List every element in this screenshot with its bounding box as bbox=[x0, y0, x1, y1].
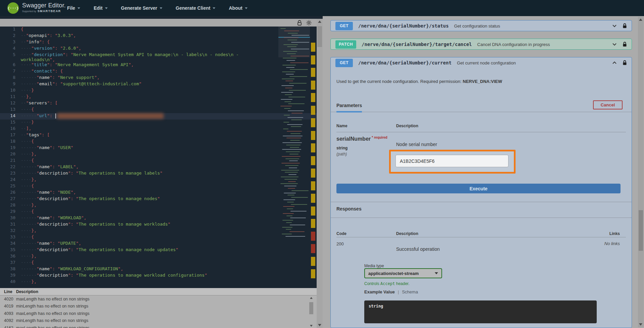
validation-row[interactable]: 4162maxLength has no effect on non strin… bbox=[0, 324, 317, 328]
chevron-down-icon[interactable] bbox=[612, 42, 617, 47]
editor-line[interactable]: 38······"name": "WORKLOAD_CONFIGURATION"… bbox=[0, 266, 317, 273]
warning-marker[interactable] bbox=[311, 156, 315, 165]
editor-line[interactable]: 20····}, bbox=[0, 151, 317, 158]
tab-example-value[interactable]: Example Value bbox=[364, 289, 395, 294]
menu-generate-client[interactable]: Generate Client bbox=[176, 5, 215, 11]
warning-marker[interactable] bbox=[311, 93, 315, 102]
warning-marker[interactable] bbox=[311, 169, 315, 178]
warning-marker[interactable] bbox=[311, 68, 315, 77]
editor-line[interactable]: 17··"tags": [ bbox=[0, 132, 317, 139]
editor-line[interactable]: 30······"name": "WORKLOAD", bbox=[0, 215, 317, 222]
lock-icon[interactable] bbox=[623, 23, 627, 29]
chevron-down-icon[interactable] bbox=[612, 23, 617, 29]
editor-minimap[interactable] bbox=[278, 27, 310, 244]
editor-line[interactable]: 39······"description": "The operations t… bbox=[0, 273, 317, 279]
editor-line[interactable]: 2··"openapi": "3.0.3", bbox=[0, 33, 317, 39]
editor-line[interactable]: 24····}, bbox=[0, 177, 317, 183]
warning-marker[interactable] bbox=[311, 269, 315, 278]
editor-line[interactable]: 5····"description": "Nerve Management Sy… bbox=[0, 52, 317, 62]
validation-row[interactable]: 4020maxLength has no effect on non strin… bbox=[0, 295, 317, 303]
editor-line[interactable]: 40····}, bbox=[0, 279, 317, 285]
editor-line[interactable]: 28····}, bbox=[0, 202, 317, 209]
editor-line[interactable]: 6····"title": "Nerve Management System A… bbox=[0, 62, 317, 68]
editor-line[interactable]: 7····"contact": { bbox=[0, 68, 317, 75]
warning-marker[interactable] bbox=[311, 131, 315, 140]
scroll-up-icon[interactable] bbox=[318, 20, 321, 23]
editor-line[interactable]: 16··], bbox=[0, 126, 317, 132]
menu-generate-server[interactable]: Generate Server bbox=[121, 5, 162, 11]
warning-marker[interactable] bbox=[311, 81, 315, 90]
error-marker[interactable] bbox=[311, 244, 315, 253]
warning-marker[interactable] bbox=[311, 43, 315, 52]
editor-line[interactable]: 22······"name": "LABEL", bbox=[0, 164, 317, 171]
editor-line[interactable]: 9······"email": "support@tttech-industri… bbox=[0, 81, 317, 88]
warning-marker[interactable] bbox=[311, 206, 315, 216]
validation-row[interactable]: 4092minLength has no effect on non strin… bbox=[0, 317, 317, 325]
editor-line[interactable]: 19······"name": "USER" bbox=[0, 145, 317, 151]
menu-about[interactable]: About bbox=[229, 5, 247, 11]
warning-marker[interactable] bbox=[311, 143, 315, 152]
validation-scrollbar-thumb[interactable] bbox=[309, 302, 313, 314]
execute-button[interactable]: Execute bbox=[336, 184, 621, 193]
editor-line[interactable]: 36····}, bbox=[0, 253, 317, 260]
serial-number-input[interactable] bbox=[395, 155, 508, 167]
editor-line[interactable]: 13····{ bbox=[0, 107, 317, 113]
scroll-down-icon[interactable] bbox=[318, 324, 321, 326]
editor-line[interactable]: 18····{ bbox=[0, 139, 317, 145]
editor-line[interactable]: 31······"description": "The operations t… bbox=[0, 222, 317, 228]
editor-scrollbar-thumb[interactable] bbox=[317, 26, 322, 47]
editor-line[interactable]: 33····{ bbox=[0, 234, 317, 241]
lock-icon[interactable] bbox=[623, 60, 627, 65]
warning-marker[interactable] bbox=[311, 118, 315, 127]
editor-line[interactable]: 26······"name": "NODE", bbox=[0, 190, 317, 196]
unlock-icon[interactable] bbox=[297, 20, 303, 26]
validation-scrollbar[interactable] bbox=[309, 297, 314, 327]
tab-parameters[interactable]: Parameters bbox=[336, 103, 362, 112]
editor-line[interactable]: 14······"url": bbox=[0, 113, 317, 120]
editor-scrollbar[interactable] bbox=[317, 19, 323, 328]
menu-edit[interactable]: Edit bbox=[94, 5, 107, 11]
media-type-select[interactable]: application/octet-stream bbox=[364, 268, 442, 278]
editor-line[interactable]: 27······"description": "The operations t… bbox=[0, 196, 317, 202]
validation-row[interactable]: 4093maxLength has no effect on non strin… bbox=[0, 310, 317, 317]
editor-line[interactable]: 4····"version": "2.6.0", bbox=[0, 46, 317, 52]
warning-marker[interactable] bbox=[311, 55, 315, 64]
error-marker[interactable] bbox=[311, 232, 315, 241]
warning-marker[interactable] bbox=[311, 257, 315, 266]
validation-row[interactable]: 4019minLength has no effect on non strin… bbox=[0, 303, 317, 310]
page-scrollbar-thumb[interactable] bbox=[639, 210, 643, 251]
opblock-header[interactable]: GET /nerve/dna/{serialNumber}/status Get… bbox=[331, 20, 632, 31]
warning-marker[interactable] bbox=[311, 194, 315, 203]
page-scrollbar[interactable] bbox=[638, 17, 644, 327]
scroll-down-icon[interactable] bbox=[639, 323, 642, 326]
editor-line[interactable]: 11··}, bbox=[0, 94, 317, 100]
opblock-header[interactable]: PATCH /nerve/dna/{serialNumber}/target/c… bbox=[331, 39, 632, 50]
editor-line[interactable]: 35······"description": "The operations t… bbox=[0, 247, 317, 253]
menu-file[interactable]: File bbox=[67, 5, 80, 11]
editor-line[interactable]: 15····} bbox=[0, 120, 317, 126]
lock-icon[interactable] bbox=[623, 42, 627, 47]
editor-line[interactable]: 12··"servers": [ bbox=[0, 100, 317, 107]
editor-line[interactable]: 32····}, bbox=[0, 228, 317, 234]
theme-brightness-icon[interactable] bbox=[306, 20, 312, 26]
editor-line[interactable]: 23······"description": "The operations t… bbox=[0, 171, 317, 177]
chevron-up-icon[interactable] bbox=[612, 60, 617, 65]
editor-line[interactable]: 34······"name": "UPDATE", bbox=[0, 241, 317, 247]
editor-line[interactable]: 29····{ bbox=[0, 209, 317, 215]
warning-marker[interactable] bbox=[311, 181, 315, 190]
tab-schema[interactable]: Schema bbox=[402, 289, 418, 294]
scroll-down-icon[interactable] bbox=[310, 325, 313, 327]
editor-line[interactable]: 10····} bbox=[0, 88, 317, 94]
cancel-button[interactable]: Cancel bbox=[593, 100, 623, 109]
scroll-up-icon[interactable] bbox=[639, 18, 642, 21]
editor-line[interactable]: 8······"name": "Nerve support", bbox=[0, 75, 317, 81]
editor-line[interactable]: 37····{ bbox=[0, 260, 317, 266]
editor-line[interactable]: 3··"info": { bbox=[0, 39, 317, 46]
warning-marker[interactable] bbox=[311, 219, 315, 228]
warning-marker[interactable] bbox=[311, 106, 315, 115]
code-editor[interactable]: 1{2··"openapi": "3.0.3",3··"info": {4···… bbox=[0, 27, 317, 288]
editor-line[interactable]: 1{ bbox=[0, 27, 317, 33]
scroll-up-icon[interactable] bbox=[310, 297, 313, 299]
editor-line[interactable]: 25····{ bbox=[0, 183, 317, 190]
editor-line[interactable]: 21····{ bbox=[0, 158, 317, 164]
